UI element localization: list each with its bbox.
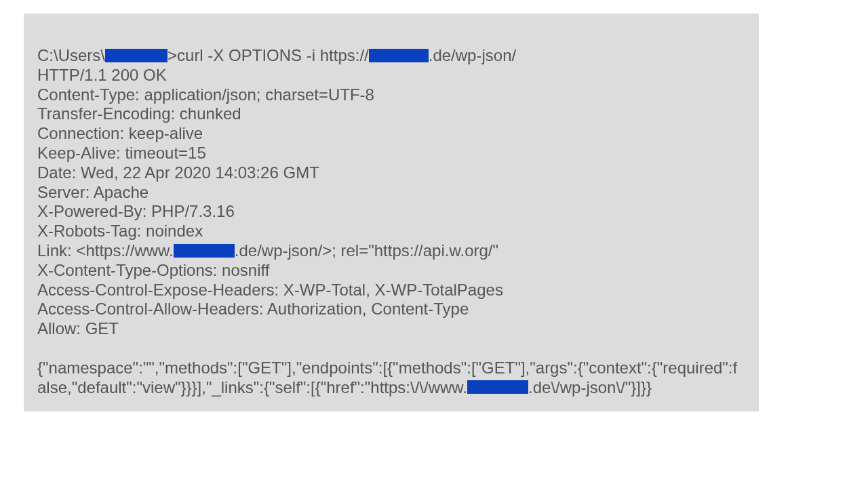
header-robots: X-Robots-Tag: noindex — [37, 222, 745, 241]
header-transfer-encoding: Transfer-Encoding: chunked — [37, 104, 745, 124]
body-part2: .de\/wp-json\/"}]}} — [528, 378, 652, 396]
header-xcto: X-Content-Type-Options: nosniff — [37, 261, 745, 281]
command-suffix: .de/wp-json/ — [429, 46, 516, 64]
header-status: HTTP/1.1 200 OK — [37, 66, 745, 85]
redaction-host3 — [467, 380, 528, 394]
header-link-prefix: Link: <https://www. — [37, 241, 174, 260]
header-powered-by: X-Powered-By: PHP/7.3.16 — [37, 202, 745, 222]
header-connection: Connection: keep-alive — [37, 124, 745, 144]
header-acah: Access-Control-Allow-Headers: Authorizat… — [37, 300, 745, 319]
prompt-path-prefix: C:\Users\ — [37, 46, 105, 64]
header-aceh: Access-Control-Expose-Headers: X-WP-Tota… — [37, 281, 745, 300]
header-keep-alive: Keep-Alive: timeout=15 — [37, 144, 745, 163]
redaction-username — [105, 49, 167, 62]
command-mid: >curl -X OPTIONS -i https:// — [167, 46, 369, 64]
redaction-host2 — [174, 244, 235, 258]
header-link: Link: <https://www..de/wp-json/>; rel="h… — [37, 241, 745, 261]
terminal-output: C:\Users\>curl -X OPTIONS -i https://.de… — [24, 14, 759, 411]
blank-line — [37, 339, 745, 359]
header-server: Server: Apache — [37, 183, 745, 203]
command-line: C:\Users\>curl -X OPTIONS -i https://.de… — [37, 46, 745, 66]
header-content-type: Content-Type: application/json; charset=… — [37, 85, 745, 105]
response-body: {"namespace":"","methods":["GET"],"endpo… — [37, 359, 745, 398]
header-allow: Allow: GET — [37, 319, 745, 339]
header-date: Date: Wed, 22 Apr 2020 14:03:26 GMT — [37, 163, 745, 183]
header-link-suffix: .de/wp-json/>; rel="https://api.w.org/" — [235, 241, 498, 260]
redaction-host1 — [369, 49, 429, 62]
